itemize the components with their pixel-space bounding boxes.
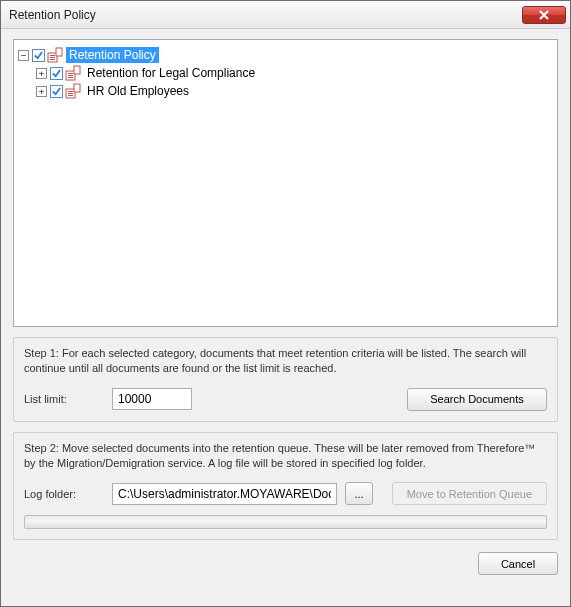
tree-node-label[interactable]: HR Old Employees xyxy=(84,83,192,99)
close-icon xyxy=(539,10,549,20)
browse-button[interactable]: ... xyxy=(345,482,373,505)
svg-rect-12 xyxy=(68,91,73,92)
retention-policy-icon xyxy=(47,47,63,63)
svg-rect-7 xyxy=(68,73,73,74)
svg-rect-4 xyxy=(50,59,55,60)
svg-rect-11 xyxy=(74,84,80,92)
checkbox[interactable] xyxy=(50,67,63,80)
progress-bar xyxy=(24,515,547,529)
category-tree[interactable]: − Retention Policy + xyxy=(13,39,558,327)
svg-rect-1 xyxy=(56,48,62,56)
checkbox[interactable] xyxy=(50,85,63,98)
search-documents-button[interactable]: Search Documents xyxy=(407,388,547,411)
checkbox[interactable] xyxy=(32,49,45,62)
list-limit-label: List limit: xyxy=(24,393,104,405)
expander-icon[interactable]: − xyxy=(18,50,29,61)
step-2-description: Step 2: Move selected documents into the… xyxy=(24,441,547,471)
tree-node-label[interactable]: Retention Policy xyxy=(66,47,159,63)
window-title: Retention Policy xyxy=(9,8,522,22)
svg-rect-14 xyxy=(68,95,73,96)
svg-rect-6 xyxy=(74,66,80,74)
tree-node-label[interactable]: Retention for Legal Compliance xyxy=(84,65,258,81)
expander-icon[interactable]: + xyxy=(36,86,47,97)
step-2-group: Step 2: Move selected documents into the… xyxy=(13,432,558,541)
step-1-group: Step 1: For each selected category, docu… xyxy=(13,337,558,422)
retention-policy-icon xyxy=(65,65,81,81)
tree-node-child[interactable]: + Retention for Legal Compliance xyxy=(18,64,553,82)
tree-node-child[interactable]: + HR Old Employees xyxy=(18,82,553,100)
log-folder-input[interactable] xyxy=(112,483,337,505)
svg-rect-2 xyxy=(50,55,55,56)
expander-icon[interactable]: + xyxy=(36,68,47,79)
client-area: − Retention Policy + xyxy=(1,29,570,606)
close-button[interactable] xyxy=(522,6,566,24)
move-to-retention-queue-button[interactable]: Move to Retention Queue xyxy=(392,482,547,505)
list-limit-input[interactable] xyxy=(112,388,192,410)
cancel-button[interactable]: Cancel xyxy=(478,552,558,575)
retention-policy-icon xyxy=(65,83,81,99)
titlebar: Retention Policy xyxy=(1,1,570,29)
retention-policy-dialog: Retention Policy − xyxy=(0,0,571,607)
log-folder-label: Log folder: xyxy=(24,488,104,500)
svg-rect-8 xyxy=(68,75,73,76)
svg-rect-9 xyxy=(68,77,73,78)
dialog-footer: Cancel xyxy=(13,550,558,575)
tree-node-root[interactable]: − Retention Policy xyxy=(18,46,553,64)
svg-rect-13 xyxy=(68,93,73,94)
step-1-description: Step 1: For each selected category, docu… xyxy=(24,346,547,376)
svg-rect-3 xyxy=(50,57,55,58)
